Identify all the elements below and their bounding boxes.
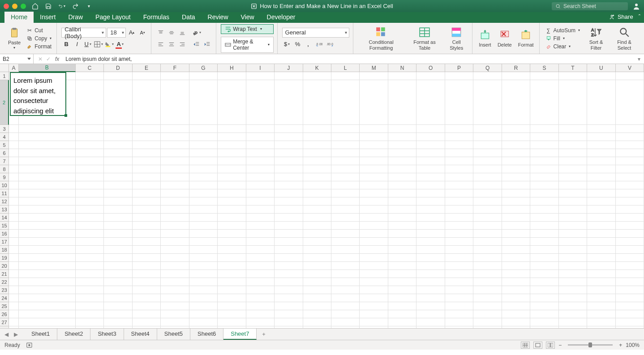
- cell-U22[interactable]: [587, 278, 615, 286]
- cell-G6[interactable]: [189, 149, 218, 157]
- cell-I5[interactable]: [246, 141, 275, 149]
- cell-Q22[interactable]: [473, 278, 502, 286]
- cell-V17[interactable]: [616, 238, 644, 246]
- cell-N11[interactable]: [388, 189, 416, 197]
- column-header-U[interactable]: U: [587, 64, 615, 72]
- cell-U11[interactable]: [587, 189, 615, 197]
- cell-T24[interactable]: [559, 294, 587, 302]
- cell-L21[interactable]: [331, 270, 360, 278]
- cell-J7[interactable]: [275, 157, 303, 165]
- cell-I26[interactable]: [246, 310, 275, 318]
- cell-Q4[interactable]: [473, 133, 502, 141]
- cell-V14[interactable]: [616, 214, 644, 222]
- cell-G16[interactable]: [189, 230, 218, 238]
- cell-L3[interactable]: [331, 125, 360, 133]
- cell-H26[interactable]: [218, 310, 246, 318]
- cell-F15[interactable]: [161, 222, 189, 230]
- insert-cells-button[interactable]: Insert: [477, 28, 493, 48]
- cell-E5[interactable]: [133, 141, 161, 149]
- cell-E25[interactable]: [133, 302, 161, 310]
- cell-N15[interactable]: [388, 222, 416, 230]
- cell-A9[interactable]: [9, 173, 19, 181]
- cell-T7[interactable]: [559, 157, 587, 165]
- cell-A8[interactable]: [9, 165, 19, 173]
- cell-O2[interactable]: [416, 80, 445, 125]
- cell-E2[interactable]: [133, 80, 161, 125]
- cell-J27[interactable]: [275, 318, 303, 326]
- cell-T23[interactable]: [559, 286, 587, 294]
- cell-A24[interactable]: [9, 294, 19, 302]
- cell-Q17[interactable]: [473, 238, 502, 246]
- cell-T4[interactable]: [559, 133, 587, 141]
- cell-R4[interactable]: [502, 133, 530, 141]
- cell-J19[interactable]: [275, 254, 303, 262]
- cell-styles-button[interactable]: Cell Styles: [444, 25, 468, 51]
- cell-P8[interactable]: [445, 165, 473, 173]
- cell-H4[interactable]: [218, 133, 246, 141]
- cell-B10[interactable]: [19, 181, 76, 189]
- cell-H10[interactable]: [218, 181, 246, 189]
- tab-page-layout[interactable]: Page Layout: [89, 12, 137, 23]
- cell-V15[interactable]: [616, 222, 644, 230]
- cell-I15[interactable]: [246, 222, 275, 230]
- cell-E6[interactable]: [133, 149, 161, 157]
- cell-D18[interactable]: [104, 246, 132, 254]
- cell-B28[interactable]: [19, 326, 76, 328]
- cell-R19[interactable]: [502, 254, 530, 262]
- cell-R2[interactable]: [502, 80, 530, 125]
- cell-C19[interactable]: [76, 254, 104, 262]
- cell-K3[interactable]: [303, 125, 331, 133]
- number-format-select[interactable]: General: [282, 28, 349, 38]
- cell-J4[interactable]: [275, 133, 303, 141]
- cell-E23[interactable]: [133, 286, 161, 294]
- cell-P24[interactable]: [445, 294, 473, 302]
- column-header-I[interactable]: I: [246, 64, 275, 72]
- cell-M11[interactable]: [360, 189, 388, 197]
- row-header-28[interactable]: 28: [0, 326, 9, 328]
- cell-G13[interactable]: [189, 205, 218, 214]
- cell-K14[interactable]: [303, 214, 331, 222]
- sheet-tab-sheet3[interactable]: Sheet3: [90, 329, 124, 340]
- cell-D24[interactable]: [104, 294, 132, 302]
- cell-V27[interactable]: [616, 318, 644, 326]
- cell-P23[interactable]: [445, 286, 473, 294]
- cell-O22[interactable]: [416, 278, 445, 286]
- cell-F4[interactable]: [161, 133, 189, 141]
- cell-B26[interactable]: [19, 310, 76, 318]
- cell-Q13[interactable]: [473, 205, 502, 214]
- cell-U28[interactable]: [587, 326, 615, 328]
- cell-U13[interactable]: [587, 205, 615, 214]
- row-header-3[interactable]: 3: [0, 125, 9, 133]
- cell-F14[interactable]: [161, 214, 189, 222]
- sheet-nav-prev-icon[interactable]: ◀: [3, 330, 10, 338]
- tab-formulas[interactable]: Formulas: [137, 12, 176, 23]
- cell-I14[interactable]: [246, 214, 275, 222]
- cell-V5[interactable]: [616, 141, 644, 149]
- comma-format-button[interactable]: ﹐: [304, 39, 313, 49]
- row-header-23[interactable]: 23: [0, 286, 9, 294]
- cell-P25[interactable]: [445, 302, 473, 310]
- cell-L11[interactable]: [331, 189, 360, 197]
- cell-F10[interactable]: [161, 181, 189, 189]
- row-header-24[interactable]: 24: [0, 294, 9, 302]
- cell-F20[interactable]: [161, 262, 189, 270]
- cell-U8[interactable]: [587, 165, 615, 173]
- cell-A13[interactable]: [9, 205, 19, 214]
- cell-S21[interactable]: [530, 270, 558, 278]
- cell-A6[interactable]: [9, 149, 19, 157]
- cell-C1[interactable]: [76, 72, 104, 80]
- cell-K9[interactable]: [303, 173, 331, 181]
- cell-M28[interactable]: [360, 326, 388, 328]
- cell-Q28[interactable]: [473, 326, 502, 328]
- cell-L22[interactable]: [331, 278, 360, 286]
- cell-J28[interactable]: [275, 326, 303, 328]
- underline-button[interactable]: U: [83, 39, 93, 49]
- cell-P6[interactable]: [445, 149, 473, 157]
- tab-insert[interactable]: Insert: [34, 12, 62, 23]
- sheet-tab-sheet6[interactable]: Sheet6: [190, 329, 223, 340]
- increase-decimal-button[interactable]: .0.00: [314, 39, 324, 49]
- cell-A7[interactable]: [9, 157, 19, 165]
- cell-A26[interactable]: [9, 310, 19, 318]
- cell-P17[interactable]: [445, 238, 473, 246]
- cell-O26[interactable]: [416, 310, 445, 318]
